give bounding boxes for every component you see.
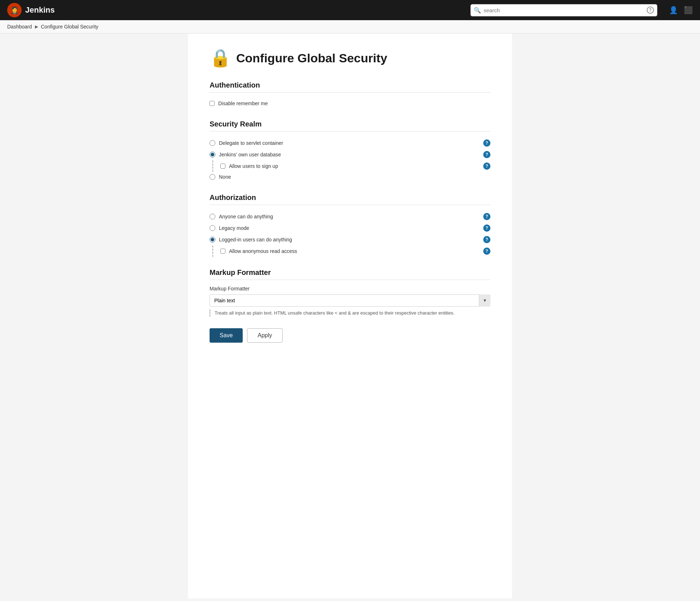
security-realm-section: Security Realm Delegate to servlet conta… [210,120,490,182]
security-realm-title: Security Realm [210,120,490,132]
none-row: None [210,172,490,182]
anyone-radio[interactable] [210,214,215,219]
markup-formatter-select[interactable]: Plain text Safe HTML [210,294,490,307]
markup-formatter-title: Markup Formatter [210,268,490,280]
save-button[interactable]: Save [210,328,243,343]
loggedin-label[interactable]: Logged-in users can do anything [219,237,292,242]
allow-anon-checkbox[interactable] [220,249,225,254]
button-row: Save Apply [210,328,490,343]
search-wrap: 🔍 ? [470,4,658,17]
breadcrumb-home[interactable]: Dashboard [7,24,32,30]
markup-formatter-select-wrap: Plain text Safe HTML ▼ [210,294,490,307]
main-content: 🔒 Configure Global Security Authenticati… [188,34,512,598]
legacy-label[interactable]: Legacy mode [219,225,249,231]
authentication-title: Authentication [210,81,490,93]
allow-anon-row: Allow anonymous read access ? [210,245,490,257]
loggedin-radio[interactable] [210,237,215,242]
legacy-help-icon[interactable]: ? [483,224,490,232]
allow-signup-checkbox[interactable] [220,164,225,169]
delegate-radio[interactable] [210,140,215,146]
breadcrumb-current: Configure Global Security [41,24,99,30]
search-input[interactable] [470,4,658,17]
anyone-label[interactable]: Anyone can do anything [219,214,273,219]
page-title-icon: 🔒 [210,48,231,68]
authorization-section: Authorization Anyone can do anything ? L… [210,193,490,257]
legacy-radio[interactable] [210,225,215,231]
legacy-row: Legacy mode ? [210,222,490,234]
allow-anon-label[interactable]: Allow anonymous read access [229,248,297,254]
disable-remember-me-row: Disable remember me [210,98,490,108]
jenkins-db-help-icon[interactable]: ? [483,151,490,158]
loggedin-help-icon[interactable]: ? [483,236,490,243]
breadcrumb: Dashboard ▶ Configure Global Security [0,20,700,34]
logo-text: Jenkins [25,5,55,15]
page-title: Configure Global Security [236,51,387,65]
logout-icon[interactable]: ⬛ [684,6,693,14]
logo-link[interactable]: 🤵 Jenkins [7,3,55,17]
search-help-icon[interactable]: ? [647,6,654,14]
jenkins-db-label[interactable]: Jenkins' own user database [219,152,281,157]
apply-button[interactable]: Apply [247,328,282,343]
authentication-section: Authentication Disable remember me [210,81,490,108]
none-label[interactable]: None [219,174,231,180]
allow-signup-label[interactable]: Allow users to sign up [229,163,278,169]
delegate-help-icon[interactable]: ? [483,139,490,147]
loggedin-row: Logged-in users can do anything ? [210,234,490,245]
disable-remember-me-label[interactable]: Disable remember me [218,101,268,106]
header: 🤵 Jenkins 🔍 ? 👤 ⬛ [0,0,700,20]
markup-formatter-section: Markup Formatter Markup Formatter Plain … [210,268,490,317]
header-actions: 👤 ⬛ [669,6,693,14]
breadcrumb-separator: ▶ [35,24,38,29]
anyone-help-icon[interactable]: ? [483,213,490,220]
allow-signup-help-icon[interactable]: ? [483,163,490,170]
jenkins-db-row: Jenkins' own user database ? [210,149,490,160]
jenkins-icon: 🤵 [7,3,22,17]
allow-anon-help-icon[interactable]: ? [483,248,490,255]
authorization-title: Authorization [210,193,490,205]
disable-remember-me-checkbox[interactable] [210,101,215,106]
anyone-row: Anyone can do anything ? [210,211,490,222]
delegate-row: Delegate to servlet container ? [210,137,490,149]
page-title-wrap: 🔒 Configure Global Security [210,48,490,68]
delegate-label[interactable]: Delegate to servlet container [219,140,283,146]
jenkins-db-radio[interactable] [210,152,215,157]
search-icon: 🔍 [474,7,481,14]
markup-formatter-help-text: Treats all input as plain text. HTML uns… [210,310,490,317]
allow-signup-row: Allow users to sign up ? [210,160,490,172]
none-radio[interactable] [210,174,215,180]
user-icon[interactable]: 👤 [669,6,678,14]
markup-formatter-label: Markup Formatter [210,286,490,291]
